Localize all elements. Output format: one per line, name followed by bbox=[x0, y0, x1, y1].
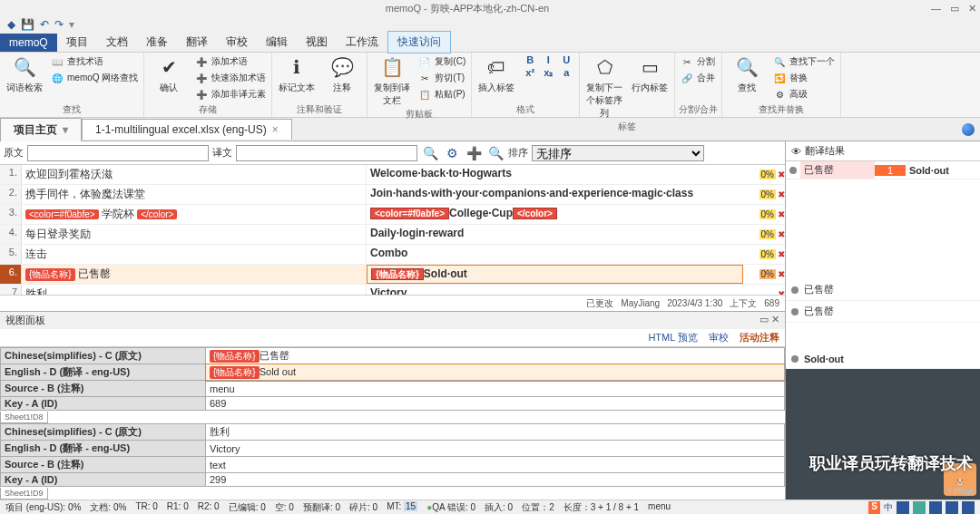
maximize-button[interactable]: ▭ bbox=[950, 3, 959, 15]
title-bar: memoQ - 剪映-APP本地化-zh-CN-en — ▭ ✕ bbox=[0, 0, 980, 16]
tab-dropdown-icon[interactable]: ▾ bbox=[63, 123, 68, 136]
format-x²[interactable]: x² bbox=[522, 67, 538, 79]
find-term[interactable]: 📖查找术语 bbox=[49, 54, 140, 69]
copy-next-tag[interactable]: ⬠复制下一个标签序列 bbox=[583, 54, 625, 120]
sheet-ref-1: Sheet1!D8 bbox=[0, 412, 48, 423]
close-button[interactable]: ✕ bbox=[968, 3, 976, 15]
advanced[interactable]: ⚙高级 bbox=[771, 87, 837, 102]
vp-tab-review[interactable]: 审校 bbox=[709, 331, 729, 344]
status-item: 已编辑: 0 bbox=[229, 501, 266, 514]
preview-pane: 职业译员玩转翻译技术 🐹 T Plugin bbox=[786, 369, 980, 499]
format-U[interactable]: U bbox=[558, 54, 574, 65]
grid-row[interactable]: 5.连击Combo0%✖ bbox=[0, 245, 785, 265]
term-search[interactable]: 🔍词语检索 bbox=[4, 54, 45, 94]
inline-tag[interactable]: ▭行内标签 bbox=[629, 54, 671, 94]
tm-target: Sold·out bbox=[906, 163, 980, 178]
sort-select[interactable]: 无排序 bbox=[532, 145, 704, 161]
web-search[interactable]: 🌐memoQ 网络查找 bbox=[49, 71, 140, 85]
grid-row[interactable]: 2.携手同伴，体验魔法课堂Join·hands·with·your·compan… bbox=[0, 185, 785, 205]
find[interactable]: 🔍查找 bbox=[726, 54, 768, 94]
concordance-item[interactable]: 已售罄 bbox=[786, 301, 980, 323]
close-tab-icon[interactable]: × bbox=[272, 123, 279, 136]
quick-add[interactable]: ➕快速添加术语 bbox=[193, 71, 268, 85]
status-orb-icon[interactable] bbox=[962, 123, 975, 136]
menu-文档[interactable]: 文档 bbox=[97, 32, 137, 53]
split[interactable]: ✂分割 bbox=[679, 54, 717, 69]
menu-memoQ[interactable]: memoQ bbox=[0, 34, 57, 52]
redo-icon[interactable]: ↷ bbox=[54, 18, 64, 31]
format-a[interactable]: a bbox=[558, 67, 574, 79]
qat-icon[interactable]: ◆ bbox=[7, 18, 15, 31]
clear-filter-icon[interactable]: 🔍 bbox=[486, 144, 505, 162]
mark-text[interactable]: ℹ标记文本 bbox=[276, 54, 318, 94]
sb-icon[interactable] bbox=[897, 501, 909, 514]
status-item: 项目 (eng-US): 0% bbox=[5, 501, 81, 514]
concordance-item[interactable]: Sold·out bbox=[786, 350, 980, 369]
grid-row[interactable]: 6.{物品名称} 已售罄 {物品名称}Sold·out0%✖ bbox=[0, 265, 785, 285]
minimize-button[interactable]: — bbox=[931, 3, 941, 15]
menu-准备[interactable]: 准备 bbox=[137, 32, 177, 53]
target-filter-label: 译文 bbox=[212, 146, 232, 160]
cut[interactable]: ✂剪切(T) bbox=[416, 71, 467, 85]
view-panel-title: 视图面板 bbox=[5, 314, 45, 327]
menu-工作流[interactable]: 工作流 bbox=[337, 32, 387, 53]
menu-项目[interactable]: 项目 bbox=[57, 32, 97, 53]
qat-more-icon[interactable]: ▾ bbox=[69, 18, 74, 31]
menu-bar: memoQ项目文档准备翻译审校编辑视图工作流快速访问 bbox=[0, 33, 980, 53]
plugin-label: T Plugin bbox=[946, 487, 976, 496]
status-item: TR: 0 bbox=[135, 501, 157, 514]
undo-icon[interactable]: ↶ bbox=[40, 18, 49, 31]
ime-icon[interactable]: S bbox=[868, 501, 880, 514]
save-icon[interactable]: 💾 bbox=[21, 18, 34, 31]
add-filter-icon[interactable]: ➕ bbox=[465, 144, 483, 162]
insert-tag[interactable]: 🏷插入标签 bbox=[475, 54, 517, 94]
tab-document[interactable]: 1-1-multilingual excel.xlsx (eng-US)× bbox=[82, 119, 292, 140]
menu-编辑[interactable]: 编辑 bbox=[257, 32, 297, 53]
confirm[interactable]: ✔确认 bbox=[148, 54, 190, 94]
pin-icon[interactable]: ▭ ✕ bbox=[760, 314, 779, 327]
format-x₂[interactable]: x₂ bbox=[540, 67, 556, 79]
status-item: menu bbox=[648, 501, 671, 514]
status-item: 空: 0 bbox=[275, 501, 294, 514]
copy[interactable]: 📄复制(C) bbox=[416, 54, 467, 69]
merge[interactable]: 🔗合并 bbox=[679, 71, 717, 85]
format-B[interactable]: B bbox=[522, 54, 538, 65]
target-filter-input[interactable] bbox=[236, 145, 417, 161]
vp-tab-html[interactable]: HTML 预览 bbox=[648, 331, 698, 344]
add-nontrans[interactable]: ➕添加非译元素 bbox=[193, 87, 268, 102]
grid-row[interactable]: 4.每日登录奖励Daily·login·reward0%✖ bbox=[0, 225, 785, 245]
sb-icon[interactable] bbox=[913, 501, 926, 514]
sb-icon[interactable] bbox=[962, 501, 975, 514]
sb-icon[interactable] bbox=[929, 501, 942, 514]
tab-project-home[interactable]: 项目主页▾ bbox=[0, 118, 82, 141]
paste[interactable]: 📋粘贴(P) bbox=[416, 87, 467, 102]
format-I[interactable]: I bbox=[540, 54, 556, 65]
detail-table-2: Chinese(simplifies) - C (原文)胜利English - … bbox=[0, 423, 785, 487]
search-icon[interactable]: 🔍 bbox=[421, 144, 439, 162]
tm-hit-row[interactable]: 已售罄 1 Sold·out bbox=[786, 161, 980, 179]
grid-row[interactable]: 7胜利Victory✖ bbox=[0, 285, 785, 295]
replace[interactable]: 🔁替换 bbox=[771, 71, 837, 85]
find-next[interactable]: 🔍查找下一个 bbox=[771, 54, 837, 69]
menu-视图[interactable]: 视图 bbox=[297, 32, 337, 53]
vp-tab-comments[interactable]: 活动注释 bbox=[740, 331, 779, 344]
translation-grid[interactable]: 1.欢迎回到霍格沃滋Welcome·back·to·Hogwarts0%✖2.携… bbox=[0, 165, 785, 295]
ime-lang[interactable]: 中 bbox=[884, 501, 893, 514]
grid-row[interactable]: 1.欢迎回到霍格沃滋Welcome·back·to·Hogwarts0%✖ bbox=[0, 165, 785, 185]
document-tab-bar: 项目主页▾ 1-1-multilingual excel.xlsx (eng-U… bbox=[0, 118, 980, 141]
grid-row[interactable]: 3.<color=#f0abfe> 学院杯 </color><color=#f0… bbox=[0, 205, 785, 225]
source-filter-input[interactable] bbox=[27, 145, 209, 161]
sb-icon[interactable] bbox=[946, 501, 958, 514]
side-panel: 👁翻译结果 已售罄 1 Sold·out 已售罄 已售罄 Sold·out 职业… bbox=[786, 141, 980, 499]
menu-翻译[interactable]: 翻译 bbox=[177, 32, 217, 53]
settings-icon[interactable]: ⚙ bbox=[443, 144, 461, 162]
menu-快速访问[interactable]: 快速访问 bbox=[387, 31, 451, 53]
quick-access-toolbar: ◆ 💾 ↶ ↷ ▾ bbox=[0, 16, 980, 33]
eye-icon: 👁 bbox=[791, 146, 801, 157]
comment[interactable]: 💬注释 bbox=[321, 54, 363, 94]
copy-trans[interactable]: 📋复制到译文栏 bbox=[371, 54, 413, 107]
sort-label: 排序 bbox=[508, 146, 528, 160]
menu-审校[interactable]: 审校 bbox=[217, 32, 257, 53]
add-term[interactable]: ➕添加术语 bbox=[193, 54, 268, 69]
concordance-item[interactable]: 已售罄 bbox=[786, 279, 980, 301]
